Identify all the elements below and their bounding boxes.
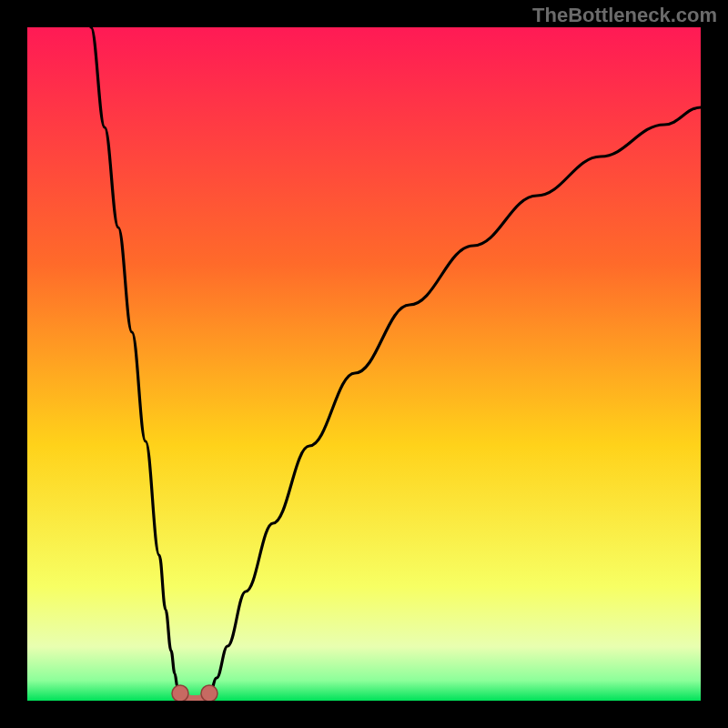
curve-right-branch [209,107,701,695]
watermark-text: TheBottleneck.com [532,4,717,27]
curve-layer [27,27,701,701]
trough-marker-right [201,685,217,701]
chart-frame: TheBottleneck.com [0,0,728,728]
trough-marker-left [172,685,188,701]
plot-area [27,27,701,701]
curve-left-branch [91,27,180,695]
